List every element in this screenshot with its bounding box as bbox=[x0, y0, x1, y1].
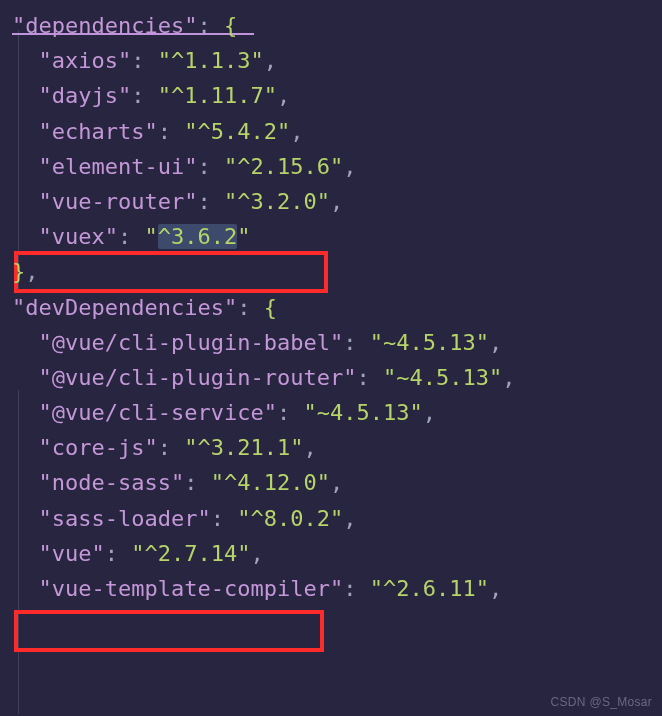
dep-value: ^5.4.2 bbox=[197, 119, 276, 144]
dep-value: ^1.1.3 bbox=[171, 48, 250, 73]
code-line: }, bbox=[12, 254, 650, 289]
code-line: "@vue/cli-plugin-babel": "~4.5.13", bbox=[12, 325, 650, 360]
code-block: "dependencies": { "axios": "^1.1.3", "da… bbox=[12, 8, 650, 606]
code-line: "axios": "^1.1.3", bbox=[12, 43, 650, 78]
dep-value: ^3.6.2 bbox=[158, 224, 237, 249]
dep-key: element-ui bbox=[52, 154, 184, 179]
code-line: "echarts": "^5.4.2", bbox=[12, 114, 650, 149]
highlight-box-vue bbox=[14, 610, 324, 652]
dep-key: dayjs bbox=[52, 83, 118, 108]
code-line: "@vue/cli-plugin-router": "~4.5.13", bbox=[12, 360, 650, 395]
devdep-value: ~4.5.13 bbox=[383, 330, 476, 355]
code-line: "element-ui": "^2.15.6", bbox=[12, 149, 650, 184]
devdep-key: sass-loader bbox=[52, 506, 198, 531]
code-line: "core-js": "^3.21.1", bbox=[12, 430, 650, 465]
dep-value: ^1.11.7 bbox=[171, 83, 264, 108]
devdep-key: @vue/cli-plugin-router bbox=[52, 365, 343, 390]
code-line: "vue-router": "^3.2.0", bbox=[12, 184, 650, 219]
code-line: "vue": "^2.7.14", bbox=[12, 536, 650, 571]
code-line: "vuex": "^3.6.2" bbox=[12, 219, 650, 254]
devdep-key: node-sass bbox=[52, 470, 171, 495]
code-line: "vue-template-compiler": "^2.6.11", bbox=[12, 571, 650, 606]
devdep-value: ~4.5.13 bbox=[317, 400, 410, 425]
devdep-value: ~4.5.13 bbox=[396, 365, 489, 390]
section-key: dependencies bbox=[25, 13, 184, 38]
devdep-value: ^2.6.11 bbox=[383, 576, 476, 601]
code-line: "sass-loader": "^8.0.2", bbox=[12, 501, 650, 536]
code-line: "node-sass": "^4.12.0", bbox=[12, 465, 650, 500]
devdep-key: vue bbox=[52, 541, 92, 566]
devdep-key: @vue/cli-plugin-babel bbox=[52, 330, 330, 355]
devdep-key: vue-template-compiler bbox=[52, 576, 330, 601]
dep-key: vue-router bbox=[52, 189, 184, 214]
watermark: CSDN @S_Mosar bbox=[551, 693, 652, 712]
devdep-key: core-js bbox=[52, 435, 145, 460]
dep-key: vuex bbox=[52, 224, 105, 249]
dep-value: ^2.15.6 bbox=[237, 154, 330, 179]
dep-key: axios bbox=[52, 48, 118, 73]
devdep-value: ^8.0.2 bbox=[250, 506, 329, 531]
code-line: "dayjs": "^1.11.7", bbox=[12, 78, 650, 113]
devdep-key: @vue/cli-service bbox=[52, 400, 264, 425]
devdep-value: ^3.21.1 bbox=[197, 435, 290, 460]
dep-key: echarts bbox=[52, 119, 145, 144]
code-line: "dependencies": { bbox=[12, 8, 650, 43]
dep-value: ^3.2.0 bbox=[237, 189, 316, 214]
section-key: devDependencies bbox=[25, 295, 224, 320]
code-line: "devDependencies": { bbox=[12, 290, 650, 325]
devdep-value: ^2.7.14 bbox=[145, 541, 238, 566]
code-line: "@vue/cli-service": "~4.5.13", bbox=[12, 395, 650, 430]
devdep-value: ^4.12.0 bbox=[224, 470, 317, 495]
